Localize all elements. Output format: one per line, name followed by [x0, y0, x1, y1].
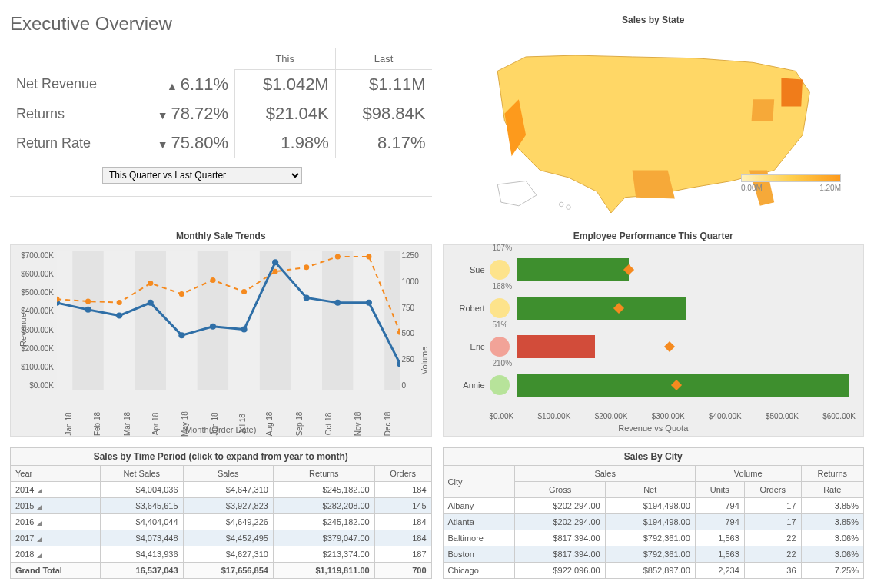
kpi-label: Returns — [10, 99, 128, 128]
trend-ylabel-right: Volume — [420, 347, 429, 375]
svg-point-32 — [241, 289, 247, 294]
state-oh[interactable] — [751, 99, 774, 121]
emp-row[interactable]: Eric51% — [490, 330, 856, 364]
table-row[interactable]: Chicago$922,096.00$852,897.002,234367.25… — [443, 563, 864, 579]
svg-point-34 — [304, 264, 309, 270]
emp-pct: 168% — [493, 282, 513, 291]
kpi-panel: Executive Overview This Last Net Revenue… — [9, 9, 433, 216]
kpi-last: 8.17% — [335, 128, 431, 158]
table-row[interactable]: Albany$202,294.00$194,498.00794173.85% — [443, 498, 864, 514]
table-subheader[interactable]: Net — [605, 482, 695, 498]
kpi-col-this: This — [235, 48, 336, 70]
table-header[interactable]: Net Sales — [100, 466, 183, 482]
table-subheader[interactable]: Orders — [744, 482, 801, 498]
emp-row[interactable]: Robert168% — [490, 291, 856, 325]
emp-panel: Employee Performance This Quarter Sue107… — [442, 225, 866, 437]
trend-title: Monthly Sale Trends — [10, 231, 432, 241]
kpi-delta: 75.80% — [128, 128, 235, 158]
city-table-title: Sales By City — [443, 447, 865, 465]
svg-point-22 — [304, 294, 310, 301]
emp-name: Eric — [447, 342, 485, 351]
table-row[interactable]: Boston$817,394.00$792,361.001,563223.06% — [443, 546, 864, 563]
table-row[interactable]: 2015◢$3,645,615$3,927,823$282,208.00145 — [11, 498, 432, 514]
expand-icon[interactable]: ◢ — [37, 551, 42, 559]
svg-point-24 — [366, 300, 372, 306]
expand-icon[interactable]: ◢ — [37, 503, 42, 510]
emp-pct: 107% — [493, 244, 513, 252]
trend-ylabel-left: Revenue — [18, 313, 28, 347]
period-table-title: Sales by Time Period (click to expand fr… — [10, 447, 432, 465]
table-header[interactable]: Returns — [801, 466, 863, 482]
table-row[interactable]: 2014◢$4,004,036$4,647,310$245,182.00184 — [11, 482, 432, 498]
expand-icon[interactable]: ◢ — [37, 535, 42, 543]
table-subheader[interactable]: Units — [695, 482, 744, 498]
svg-rect-10 — [291, 251, 322, 390]
svg-point-30 — [179, 291, 184, 297]
state-pa[interactable] — [781, 78, 803, 107]
svg-rect-6 — [166, 251, 198, 390]
city-table[interactable]: CitySalesVolumeReturns GrossNetUnitsOrde… — [443, 465, 865, 579]
page-title: Executive Overview — [10, 13, 432, 35]
svg-point-16 — [116, 313, 122, 319]
table-header[interactable]: Volume — [695, 466, 801, 482]
table-header[interactable]: Sales — [515, 466, 695, 482]
emp-chart[interactable]: Sue107%Robert168%Eric51%Annie210% $0.00K… — [443, 244, 865, 437]
table-total-row: Grand Total16,537,043$17,656,854$1,119,8… — [11, 563, 432, 579]
table-row[interactable]: 2018◢$4,413,936$4,627,310$213,374.00187 — [11, 546, 432, 563]
table-header[interactable]: Sales — [183, 466, 273, 482]
kpi-delta: 6.11% — [128, 70, 235, 100]
svg-rect-5 — [135, 251, 166, 390]
svg-point-29 — [148, 281, 153, 286]
svg-rect-2 — [57, 251, 72, 390]
kpi-delta: 78.72% — [128, 99, 235, 128]
svg-rect-8 — [228, 251, 260, 390]
svg-point-20 — [241, 327, 247, 333]
emp-pct: 51% — [493, 321, 508, 329]
expand-icon[interactable]: ◢ — [37, 487, 42, 494]
table-subheader[interactable]: Rate — [801, 482, 863, 498]
state-tx[interactable] — [632, 171, 674, 199]
kpi-label: Net Revenue — [10, 70, 128, 100]
svg-rect-13 — [384, 251, 400, 390]
trend-chart[interactable]: $700.00K$600.00K$500.00K$400.00K$300.00K… — [10, 244, 432, 437]
table-row[interactable]: 2017◢$4,073,448$4,452,495$379,047.00184 — [11, 530, 432, 546]
kpi-col-last: Last — [335, 48, 431, 70]
legend-min: 0.00M — [741, 184, 763, 192]
period-table[interactable]: YearNet SalesSalesReturnsOrders 2014◢$4,… — [10, 465, 432, 579]
emp-row[interactable]: Sue107% — [490, 253, 856, 287]
table-row[interactable]: 2016◢$4,404,044$4,649,226$245,182.00184 — [11, 514, 432, 530]
map-title: Sales by State — [443, 15, 865, 25]
table-subheader[interactable]: Gross — [515, 482, 605, 498]
table-row[interactable]: Baltimore$817,394.00$792,361.001,563223.… — [443, 530, 864, 546]
city-table-panel: Sales By City CitySalesVolumeReturns Gro… — [442, 447, 866, 580]
svg-rect-3 — [72, 251, 104, 390]
status-dot-icon — [490, 298, 510, 318]
us-map[interactable]: 0.00M 1.20M — [443, 28, 865, 215]
emp-bar — [517, 258, 629, 281]
legend-max: 1.20M — [819, 184, 841, 192]
map-legend: 0.00M 1.20M — [741, 174, 841, 192]
expand-icon[interactable]: ◢ — [37, 519, 42, 527]
svg-point-0 — [559, 202, 563, 207]
svg-point-23 — [334, 300, 341, 306]
svg-point-28 — [117, 300, 122, 305]
table-row[interactable]: Atlanta$202,294.00$194,498.00794173.85% — [443, 514, 864, 530]
table-header[interactable]: Year — [11, 466, 101, 482]
svg-rect-4 — [104, 251, 135, 390]
period-select[interactable]: This Quarter vs Last Quarter — [102, 167, 302, 184]
emp-pct: 210% — [493, 359, 513, 367]
svg-point-18 — [178, 332, 184, 338]
table-header[interactable]: City — [443, 466, 515, 498]
svg-point-33 — [273, 269, 278, 274]
table-header[interactable]: Orders — [374, 466, 431, 482]
table-header[interactable]: Returns — [273, 466, 374, 482]
emp-row[interactable]: Annie210% — [490, 368, 856, 402]
emp-name: Annie — [447, 380, 485, 390]
period-table-panel: Sales by Time Period (click to expand fr… — [9, 447, 433, 580]
emp-bar — [517, 297, 686, 320]
svg-point-19 — [210, 324, 216, 330]
svg-rect-11 — [322, 251, 354, 390]
svg-point-15 — [85, 307, 91, 313]
kpi-last: $1.11M — [335, 70, 431, 100]
emp-bar — [517, 335, 595, 358]
